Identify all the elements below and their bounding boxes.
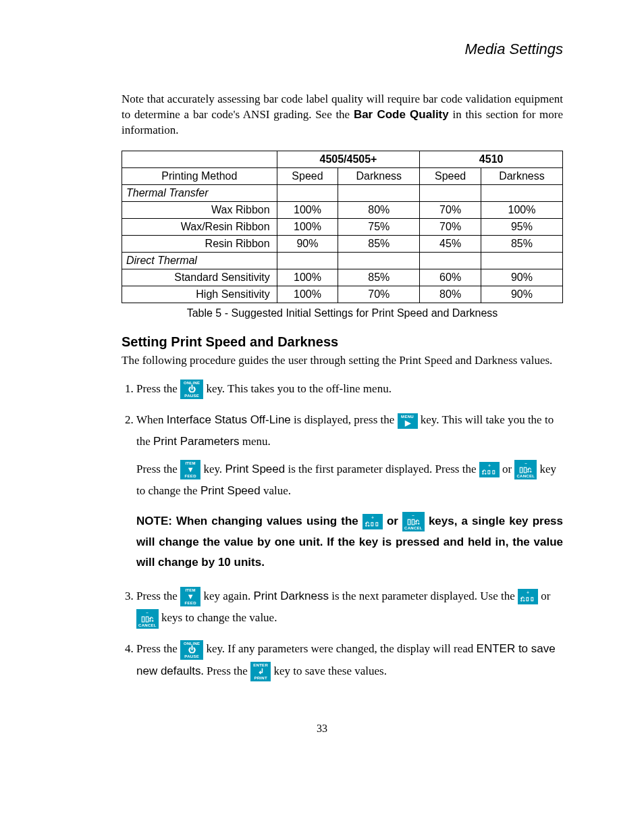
col-dark-1: Darkness [481, 167, 562, 184]
page-number: 33 [81, 723, 563, 735]
text: key. [203, 463, 225, 475]
text: Press the [136, 642, 180, 655]
table-row: Wax Ribbon 100% 80% 70% 100% [122, 201, 563, 218]
print-parameters-label: Print Parameters [153, 435, 240, 448]
section-label: Direct Thermal [122, 252, 277, 269]
minus-cancel-key-icon: －▯▯⎌CANCEL [514, 460, 537, 479]
text: menu. [240, 435, 271, 448]
plus-key-icon: ＋⎌▯▯ [363, 514, 383, 529]
row-label: High Sensitivity [122, 286, 277, 303]
table-caption: Table 5 - Suggested Initial Settings for… [122, 307, 563, 319]
text: key to save these values. [273, 664, 387, 677]
text: or [502, 463, 514, 475]
table-header-models: 4505/4505+ 4510 [122, 151, 563, 167]
plus-key-icon: ＋⎌▯▯ [518, 589, 538, 604]
table-header-cols: Printing Method Speed Darkness Speed Dar… [122, 167, 563, 184]
enter-print-key-icon: ENTER↲PRINT [250, 662, 271, 681]
settings-table: 4505/4505+ 4510 Printing Method Speed Da… [122, 151, 563, 303]
table-row: Standard Sensitivity 100% 85% 60% 90% [122, 269, 563, 286]
note-text: NOTE: When changing values using the [136, 515, 363, 527]
intro-paragraph: Note that accurately assessing bar code … [122, 92, 563, 138]
section-direct-thermal: Direct Thermal [122, 252, 563, 269]
text: is displayed, press the [291, 413, 398, 426]
procedure-steps: Press the ONLINE⏻PAUSE key. This takes y… [122, 378, 563, 682]
print-darkness-label: Print Darkness [254, 590, 329, 602]
section-label: Thermal Transfer [122, 184, 277, 201]
print-speed-label: Print Speed [200, 484, 261, 497]
minus-cancel-key-icon: －▯▯⎌CANCEL [136, 609, 159, 629]
online-pause-key-icon: ONLINE⏻PAUSE [180, 380, 203, 399]
section-heading: Setting Print Speed and Darkness [122, 334, 563, 350]
plus-key-icon: ＋⎌▯▯ [479, 462, 500, 477]
interface-status-label: Interface Status Off-Line [167, 413, 291, 426]
col-speed-1: Speed [420, 167, 481, 184]
text: is the first parameter displayed. Press … [285, 463, 479, 475]
step-2-sub: Press the ITEM▼FEED key. Print Speed is … [136, 459, 563, 502]
note-block: NOTE: When changing values using the ＋⎌▯… [136, 511, 563, 573]
text: keys to change the value. [161, 611, 277, 624]
text: is the next parameter displayed. Use the [329, 590, 518, 602]
menu-key-icon: MENU▶ [398, 413, 418, 429]
col-speed-0: Speed [277, 167, 338, 184]
row-header-label: Printing Method [122, 167, 277, 184]
model-group-1: 4510 [420, 151, 563, 167]
row-label: Wax Ribbon [122, 201, 277, 218]
table-row: Wax/Resin Ribbon 100% 75% 70% 95% [122, 218, 563, 235]
step-4: Press the ONLINE⏻PAUSE key. If any param… [136, 638, 563, 682]
section-thermal-transfer: Thermal Transfer [122, 184, 563, 201]
table-row: Resin Ribbon 90% 85% 45% 85% [122, 235, 563, 252]
row-label: Wax/Resin Ribbon [122, 218, 277, 235]
table-row: High Sensitivity 100% 70% 80% 90% [122, 286, 563, 303]
text: . Press the [200, 664, 250, 677]
step-3: Press the ITEM▼FEED key again. Print Dar… [136, 585, 563, 629]
corner-cell [122, 151, 277, 167]
note-text: or [387, 515, 402, 527]
text: value. [261, 484, 291, 497]
page-header: Media Settings [81, 41, 563, 58]
text: Press the [136, 590, 180, 602]
text: key. If any parameters were changed, the… [206, 642, 476, 655]
step-2: When Interface Status Off-Line is displa… [136, 409, 563, 573]
item-feed-key-icon: ITEM▼FEED [180, 460, 200, 479]
row-label: Standard Sensitivity [122, 269, 277, 286]
minus-cancel-key-icon: －▯▯⎌CANCEL [402, 512, 425, 531]
intro-bold: Bar Code Quality [354, 108, 449, 121]
text: Press the [136, 382, 180, 395]
text: key. This takes you to the off-line menu… [206, 382, 391, 395]
text: key again. [203, 590, 253, 602]
print-speed-label: Print Speed [225, 463, 285, 475]
col-dark-0: Darkness [338, 167, 420, 184]
text: When [136, 413, 167, 426]
item-feed-key-icon: ITEM▼FEED [180, 587, 200, 606]
text: Press the [136, 463, 180, 475]
row-label: Resin Ribbon [122, 235, 277, 252]
text: or [541, 590, 550, 602]
model-group-0: 4505/4505+ [277, 151, 420, 167]
page-content: Note that accurately assessing bar code … [122, 92, 563, 682]
online-pause-key-icon: ONLINE⏻PAUSE [180, 640, 203, 660]
step-1: Press the ONLINE⏻PAUSE key. This takes y… [136, 378, 563, 400]
section-lead: The following procedure guides the user … [122, 353, 563, 369]
